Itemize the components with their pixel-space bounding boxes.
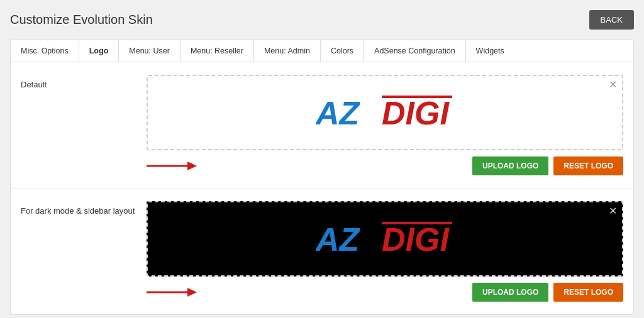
dark-logo-section: For dark mode & sidebar layout ✕ AZ DIGI <box>11 189 633 314</box>
dark-label: For dark mode & sidebar layout <box>21 201 147 216</box>
svg-text:AZ: AZ <box>316 95 361 131</box>
dark-upload-button[interactable]: UPLOAD LOGO <box>472 283 548 302</box>
dark-logo-svg-container: AZ DIGI <box>303 207 467 271</box>
svg-rect-7 <box>382 222 452 224</box>
tab-menu-admin[interactable]: Menu: Admin <box>254 40 321 62</box>
tab-menu-reseller[interactable]: Menu: Reseller <box>180 40 254 62</box>
default-label: Default <box>21 75 147 89</box>
azdigi-logo-default: AZ DIGI <box>316 93 454 131</box>
tab-misc-options[interactable]: Misc. Options <box>11 40 79 62</box>
default-logo-preview: ✕ AZ DIGI <box>147 75 623 150</box>
dark-logo-content: ✕ AZ DIGI <box>147 201 623 302</box>
svg-marker-4 <box>187 162 197 170</box>
default-logo-svg-container: AZ DIGI <box>303 80 467 145</box>
svg-rect-2 <box>382 96 452 98</box>
default-upload-button[interactable]: UPLOAD LOGO <box>472 156 548 175</box>
default-logo-actions: UPLOAD LOGO RESET LOGO <box>147 156 623 175</box>
tab-adsense[interactable]: AdSense Configuration <box>364 40 466 62</box>
dark-logo-preview: ✕ AZ DIGI <box>147 201 623 277</box>
main-card: Misc. Options Logo Menu: User Menu: Rese… <box>10 40 634 315</box>
content-area: Default ✕ AZ DIGI <box>11 62 633 314</box>
default-reset-button[interactable]: RESET LOGO <box>553 156 623 175</box>
svg-text:AZ: AZ <box>316 221 361 257</box>
tab-colors[interactable]: Colors <box>321 40 364 62</box>
default-arrow-icon <box>147 158 197 173</box>
azdigi-logo-dark: AZ DIGI <box>316 219 454 257</box>
page-header: Customize Evolution Skin BACK <box>10 10 634 30</box>
default-arrow-indicator <box>147 158 197 173</box>
default-logo-section: Default ✕ AZ DIGI <box>11 62 633 189</box>
dark-arrow-icon <box>147 285 197 300</box>
tab-widgets[interactable]: Widgets <box>466 40 514 62</box>
back-button[interactable]: BACK <box>589 10 634 30</box>
tabs-row: Misc. Options Logo Menu: User Menu: Rese… <box>11 40 633 62</box>
svg-text:DIGI: DIGI <box>382 95 450 131</box>
dark-reset-button[interactable]: RESET LOGO <box>553 283 623 302</box>
default-logo-content: ✕ AZ DIGI <box>147 75 623 175</box>
dark-arrow-indicator <box>147 285 197 300</box>
dark-logo-actions: UPLOAD LOGO RESET LOGO <box>147 283 623 302</box>
tab-menu-user[interactable]: Menu: User <box>119 40 180 62</box>
page-title: Customize Evolution Skin <box>10 13 153 27</box>
svg-text:DIGI: DIGI <box>382 221 450 257</box>
default-close-icon[interactable]: ✕ <box>609 80 617 90</box>
dark-close-icon[interactable]: ✕ <box>609 206 617 216</box>
tab-logo[interactable]: Logo <box>79 40 119 62</box>
svg-marker-9 <box>187 288 197 297</box>
